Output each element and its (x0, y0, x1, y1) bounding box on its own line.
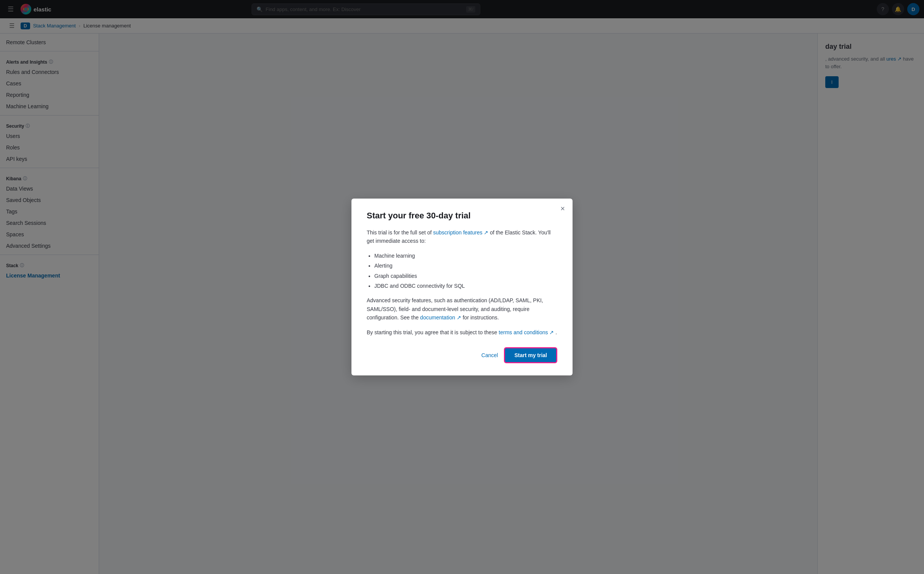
subscription-features-link[interactable]: subscription features ↗ (433, 229, 490, 236)
cancel-button[interactable]: Cancel (481, 352, 498, 358)
trial-modal: × Start your free 30-day trial This tria… (351, 199, 573, 375)
start-trial-button[interactable]: Start my trial (504, 347, 557, 363)
modal-body: This trial is for the full set of subscr… (367, 228, 557, 337)
documentation-link[interactable]: documentation ↗ (420, 314, 463, 321)
modal-intro-paragraph: This trial is for the full set of subscr… (367, 228, 557, 245)
modal-close-button[interactable]: × (560, 205, 565, 212)
modal-overlay: × Start your free 30-day trial This tria… (0, 0, 924, 574)
feature-item-2: Alerting (374, 261, 557, 270)
modal-title: Start your free 30-day trial (367, 211, 557, 221)
modal-footer: Cancel Start my trial (367, 347, 557, 363)
modal-security-paragraph: Advanced security features, such as auth… (367, 296, 557, 322)
features-list: Machine learning Alerting Graph capabili… (374, 252, 557, 290)
feature-item-3: Graph capabilities (374, 272, 557, 280)
feature-item-1: Machine learning (374, 252, 557, 260)
terms-conditions-link[interactable]: terms and conditions ↗ (499, 329, 555, 335)
feature-item-4: JDBC and ODBC connectivity for SQL (374, 282, 557, 290)
modal-terms-paragraph: By starting this trial, you agree that i… (367, 328, 557, 337)
